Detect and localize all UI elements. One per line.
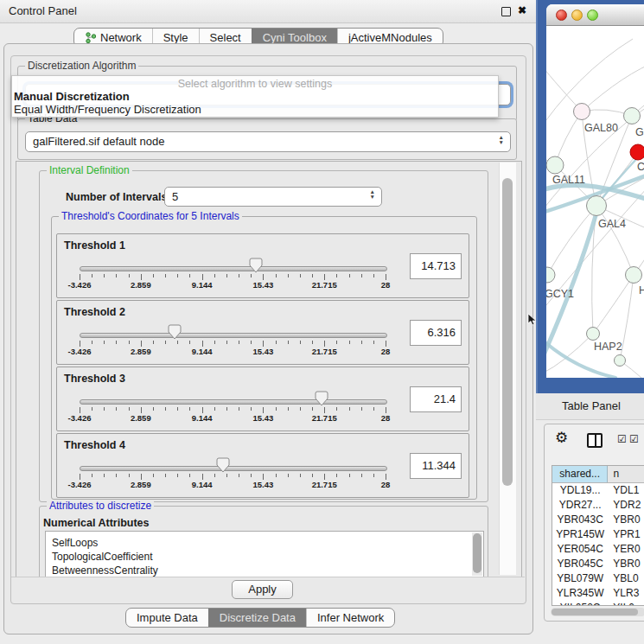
tab-discretize-data[interactable]: Discretize Data <box>208 609 306 627</box>
table-horizontal-scrollbar[interactable] <box>551 608 644 616</box>
slider-thumb[interactable] <box>249 258 263 273</box>
column-header[interactable]: n <box>608 466 644 482</box>
tick <box>239 407 239 411</box>
slider-track[interactable] <box>80 266 387 271</box>
table-row[interactable]: YLR345WYLR3 <box>552 586 644 601</box>
table-row[interactable]: YDR27...YDR2 <box>552 498 644 513</box>
tick <box>276 474 277 477</box>
tick <box>189 474 190 477</box>
float-window-icon[interactable] <box>501 7 511 16</box>
name-cell: YLR3 <box>608 586 644 601</box>
table-row[interactable]: YIL052CYIL0 <box>552 601 644 606</box>
shared-name-cell: YDR27... <box>552 498 608 513</box>
shared-name-cell: YDL19... <box>552 483 608 498</box>
slider-track[interactable] <box>80 399 387 405</box>
tick-label: 28 <box>381 413 391 423</box>
tab-impute-data[interactable]: Impute Data <box>126 609 208 627</box>
tick <box>177 274 178 277</box>
apply-button[interactable]: Apply <box>232 580 293 599</box>
gear-icon[interactable]: ⚙ <box>555 429 568 447</box>
zoom-traffic-light-icon[interactable] <box>587 10 598 21</box>
threshold-panel: Threshold 1-3.4262.8599.14415.4321.71528… <box>56 233 469 298</box>
tick <box>165 341 166 344</box>
checkbox-icon[interactable]: ☑ <box>629 433 639 445</box>
network-window-titlebar <box>546 4 644 26</box>
network-node-gal80[interactable] <box>574 104 590 120</box>
threshold-panel: Threshold 4-3.4262.8599.14415.4321.71528… <box>56 433 469 498</box>
threshold-value-field[interactable]: 14.713 <box>410 253 462 279</box>
threshold-value-field[interactable]: 11.344 <box>410 453 462 479</box>
network-node-selected-node[interactable] <box>630 144 644 160</box>
algorithm-option[interactable]: Manual Discretization <box>14 90 130 103</box>
settings-scroll-pane: Interval Definition Number of Intervals … <box>16 161 522 577</box>
table-row[interactable]: YBR045CYBR0 <box>552 557 644 571</box>
shared-name-cell: YIL052C <box>552 601 608 606</box>
table-row[interactable]: YBR043CYBR0 <box>552 513 644 527</box>
name-cell: YDL1 <box>608 483 644 498</box>
network-node-node-right-top[interactable] <box>624 108 641 124</box>
threshold-label: Threshold 1 <box>64 239 125 252</box>
tick-label: 9.144 <box>192 347 213 356</box>
name-cell: YDR2 <box>608 498 644 513</box>
close-icon[interactable]: ✖ <box>518 4 526 16</box>
tick <box>177 341 178 344</box>
attribute-item[interactable]: SelfLoops <box>46 536 483 550</box>
tick <box>153 341 154 344</box>
table-row[interactable]: YER054CYER0 <box>552 542 644 557</box>
table-data-select[interactable]: galFiltered.sif default node ▲▼ <box>25 131 511 152</box>
tick <box>165 474 166 477</box>
slider-track[interactable] <box>80 466 387 471</box>
num-intervals-select[interactable]: 5 ▲▼ <box>164 187 382 207</box>
attribute-item[interactable]: BetweennessCentrality <box>46 564 483 577</box>
scrollbar-thumb[interactable] <box>502 178 513 486</box>
slider-thumb[interactable] <box>168 324 182 340</box>
column-header[interactable]: shared... <box>552 466 608 482</box>
network-node-gcy1[interactable] <box>546 267 555 283</box>
threshold-value-field[interactable]: 6.316 <box>410 320 462 346</box>
checkbox-icon[interactable]: ☑ <box>617 433 627 445</box>
tick <box>129 341 130 344</box>
tick <box>214 474 215 477</box>
attribute-item[interactable]: TopologicalCoefficient <box>46 550 483 564</box>
attributes-list[interactable]: SelfLoopsTopologicalCoefficientBetweenne… <box>45 531 484 577</box>
slider-track[interactable] <box>80 333 387 338</box>
tick <box>129 407 130 411</box>
attributes-scrollbar[interactable] <box>472 532 482 576</box>
name-cell: YBL0 <box>608 571 644 586</box>
tick <box>349 407 350 411</box>
shared-name-cell: YLR345W <box>552 586 608 601</box>
tick <box>276 341 277 344</box>
tick <box>226 474 227 477</box>
tick <box>165 274 166 277</box>
tab-infer-network[interactable]: Infer Network <box>306 609 394 627</box>
network-node-gal11[interactable] <box>546 156 564 174</box>
tick <box>116 407 117 411</box>
panel-title: Control Panel <box>9 4 77 17</box>
tick <box>116 341 117 344</box>
minimize-traffic-light-icon[interactable] <box>571 10 583 21</box>
tick-label: 9.144 <box>192 480 213 489</box>
algorithm-option[interactable]: Equal Width/Frequency Discretization <box>14 103 201 116</box>
columns-icon[interactable] <box>587 433 603 448</box>
slider-thumb[interactable] <box>315 391 328 406</box>
tick <box>189 407 190 411</box>
network-icon <box>85 32 96 43</box>
node-table[interactable]: shared...n YDL19...YDL1YDR27...YDR2YBR04… <box>552 465 644 606</box>
close-traffic-light-icon[interactable] <box>556 10 567 21</box>
tick <box>80 407 80 413</box>
network-node-hap2[interactable] <box>587 328 600 341</box>
tick <box>165 407 166 411</box>
table-row[interactable]: YBL079WYBL0 <box>552 571 644 586</box>
settings-scrollbar[interactable] <box>499 163 516 575</box>
slider-thumb[interactable] <box>216 457 230 473</box>
table-row[interactable]: YPR145WYPR1 <box>552 527 644 542</box>
table-row[interactable]: YDL19...YDL1 <box>552 483 644 498</box>
tick <box>373 407 374 411</box>
tick <box>189 274 190 277</box>
network-node-node-right-mid[interactable] <box>626 267 642 284</box>
threshold-value-field[interactable]: 21.4 <box>410 386 462 412</box>
tick <box>349 474 350 477</box>
network-node-gal4[interactable] <box>587 196 607 216</box>
network-canvas[interactable]: GAL80GCGAL11GAL4GCY1HHAP2 <box>546 26 644 378</box>
network-node-node-bottom[interactable] <box>615 355 626 367</box>
